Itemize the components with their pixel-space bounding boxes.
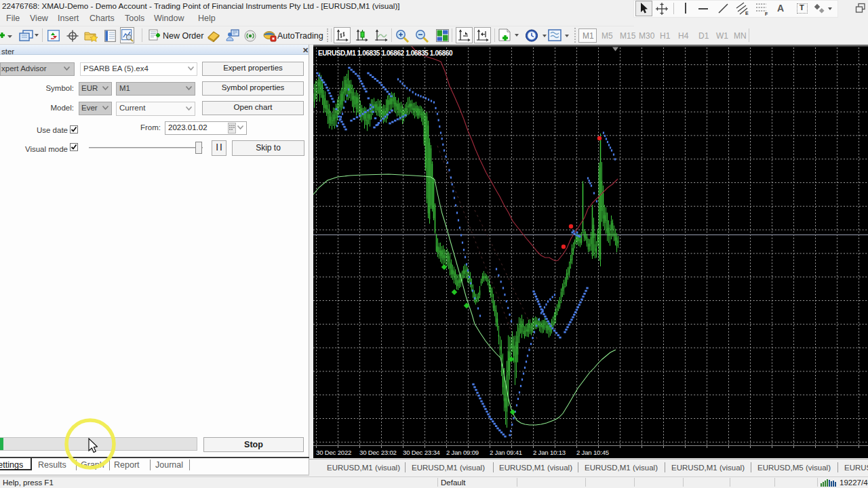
svg-text:30 Dec 2022: 30 Dec 2022 — [316, 449, 351, 456]
svg-text:2 Jan 09:41: 2 Jan 09:41 — [490, 449, 522, 456]
svg-text:EURUSD,M1 1.06835 1.06862 1.0: EURUSD,M1 1.06835 1.06862 1.06835 1.0686… — [318, 49, 453, 57]
svg-text:2 Jan 09:09: 2 Jan 09:09 — [446, 449, 479, 456]
svg-text:2 Jan 10:13: 2 Jan 10:13 — [533, 449, 566, 456]
svg-text:30 Dec 23:02: 30 Dec 23:02 — [359, 449, 397, 456]
svg-text:F: F — [765, 12, 768, 16]
svg-text:2 Jan 10:45: 2 Jan 10:45 — [576, 449, 609, 456]
svg-text:E: E — [745, 11, 749, 16]
svg-text:30 Dec 23:34: 30 Dec 23:34 — [403, 449, 441, 456]
